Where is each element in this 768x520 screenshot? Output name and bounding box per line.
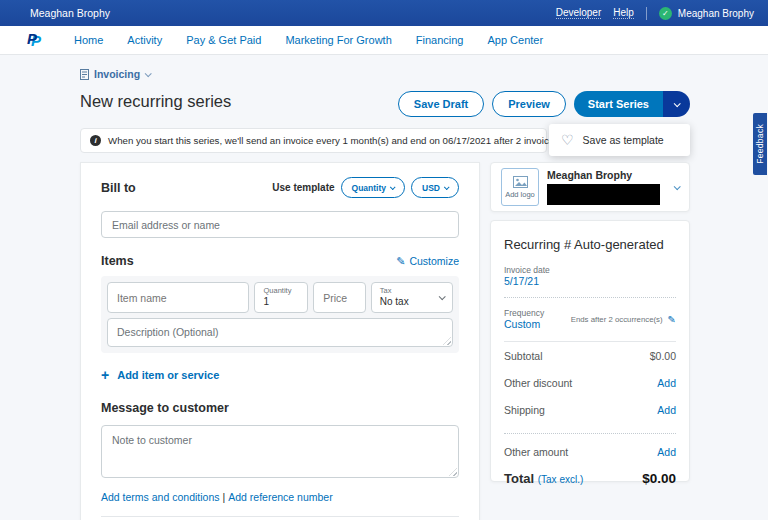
invoice-doc-icon [80,69,89,80]
tax-excl-link[interactable]: (Tax excl.) [538,474,584,485]
nav-home[interactable]: Home [74,34,103,46]
invoice-date-label: Invoice date [504,265,676,275]
item-name-field [107,282,249,313]
tax-select[interactable]: Tax No tax [371,282,453,313]
invoice-date-value[interactable]: 5/17/21 [504,275,676,287]
help-link[interactable]: Help [613,7,634,19]
shipping-label: Shipping [504,404,545,416]
image-icon [513,176,528,188]
save-as-template-label: Save as template [583,134,664,146]
frequency-value[interactable]: Custom [504,318,544,330]
nav-marketing[interactable]: Marketing For Growth [285,34,391,46]
start-series-button[interactable]: Start Series [574,91,663,117]
page-actions: Save Draft Preview Start Series [398,91,690,117]
quantity-label: Quantity [263,286,299,295]
other-discount-row: Other discount Add [504,369,676,396]
banner-text: When you start this series, we'll send a… [108,135,606,146]
other-discount-label: Other discount [504,377,572,389]
note-to-customer-input[interactable] [101,425,459,478]
item-name-input[interactable] [108,283,248,312]
tax-label: Tax [380,286,409,295]
customize-link[interactable]: ✎ Customize [396,255,459,268]
chevron-down-icon[interactable] [674,183,681,190]
start-series-split-button: Start Series [574,91,690,117]
developer-link[interactable]: Developer [556,7,602,19]
nav-app-center[interactable]: App Center [487,34,543,46]
price-input[interactable] [314,283,364,312]
top-bar: Meaghan Brophy Developer Help ✓ Meaghan … [0,0,768,26]
topbar-right: Developer Help ✓ Meaghan Brophy [556,7,754,20]
nav-pay-get-paid[interactable]: Pay & Get Paid [186,34,261,46]
business-name: Meaghan Brophy [547,169,666,181]
add-terms-link[interactable]: Add terms and conditions [101,491,219,503]
add-logo-label: Add logo [505,190,535,199]
chevron-down-icon [439,293,446,300]
message-heading: Message to customer [101,401,459,415]
save-draft-button[interactable]: Save Draft [398,91,484,117]
shipping-add-link[interactable]: Add [657,404,676,416]
add-item-button[interactable]: + Add item or service [101,368,459,382]
subtotal-value: $0.00 [650,350,676,362]
frequency-label: Frequency [504,308,544,318]
feedback-tab[interactable]: Feedback [753,113,767,175]
chevron-down-icon [444,184,450,190]
preview-button[interactable]: Preview [492,91,566,117]
page-title: New recurring series [80,92,231,111]
add-item-label: Add item or service [117,369,219,381]
use-template-controls: Use template Quantity USD [272,177,459,198]
other-amount-label: Other amount [504,446,568,458]
quantity-value: 1 [263,295,299,308]
breadcrumb[interactable]: Invoicing [80,68,150,80]
recurring-number-heading: Recurring # Auto-generated [504,237,676,252]
breadcrumb-label: Invoicing [94,68,140,80]
price-field [313,282,365,313]
start-series-dropdown-toggle[interactable] [663,91,690,117]
nav-links: Home Activity Pay & Get Paid Marketing F… [74,34,543,46]
business-details: Meaghan Brophy [547,169,666,205]
bill-to-email-input[interactable] [101,211,459,238]
frequency-block: Frequency Custom Ends after 2 occurrence… [504,308,676,330]
dotted-divider [504,297,676,298]
redacted-business-info [547,184,660,205]
edit-frequency-icon[interactable]: ✎ [668,314,676,325]
ends-text: Ends after 2 occurrence(s) [571,315,663,324]
invoice-date-block: Invoice date 5/17/21 [504,265,676,287]
nav-activity[interactable]: Activity [127,34,162,46]
invoice-summary-card: Recurring # Auto-generated Invoice date … [490,220,690,482]
items-heading: Items [101,254,134,268]
template-dropdown[interactable]: Quantity [341,177,405,198]
info-icon: i [90,135,101,146]
tax-value: No tax [380,295,409,308]
other-amount-add-link[interactable]: Add [657,446,676,458]
currency-dropdown[interactable]: USD [411,177,459,198]
bill-to-heading: Bill to [101,181,136,195]
paypal-logo-icon[interactable]: PP [27,31,44,49]
chevron-down-icon [674,100,681,107]
add-reference-link[interactable]: Add reference number [228,491,332,503]
add-logo-button[interactable]: Add logo [501,168,539,206]
link-separator: | [222,491,225,503]
item-row-panel: Quantity 1 Tax No tax [101,276,459,353]
user-menu[interactable]: ✓ Meaghan Brophy [659,7,754,20]
topbar-user-name: Meaghan Brophy [678,8,754,19]
other-discount-add-link[interactable]: Add [657,377,676,389]
item-description-input[interactable] [107,318,453,347]
currency-value: USD [422,183,440,193]
save-as-template-menu-item[interactable]: ♡ Save as template [549,124,690,156]
total-label: Total (Tax excl.) [504,471,583,486]
chevron-down-icon [390,184,396,190]
dotted-divider [504,433,676,434]
business-info-card: Add logo Meaghan Brophy [490,162,690,212]
quantity-field[interactable]: Quantity 1 [254,282,308,313]
nav-financing[interactable]: Financing [416,34,464,46]
verified-check-icon: ✓ [659,7,672,20]
feedback-label: Feedback [755,124,765,164]
topbar-business-name: Meaghan Brophy [30,7,110,19]
chevron-down-icon [145,70,152,77]
total-row: Total (Tax excl.) $0.00 [504,471,676,486]
paypal-invoicing-screen: Meaghan Brophy Developer Help ✓ Meaghan … [0,0,768,520]
topbar-divider [646,7,647,20]
use-template-label: Use template [272,182,334,193]
subtotal-row: Subtotal $0.00 [504,342,676,369]
customize-label: Customize [409,255,459,267]
